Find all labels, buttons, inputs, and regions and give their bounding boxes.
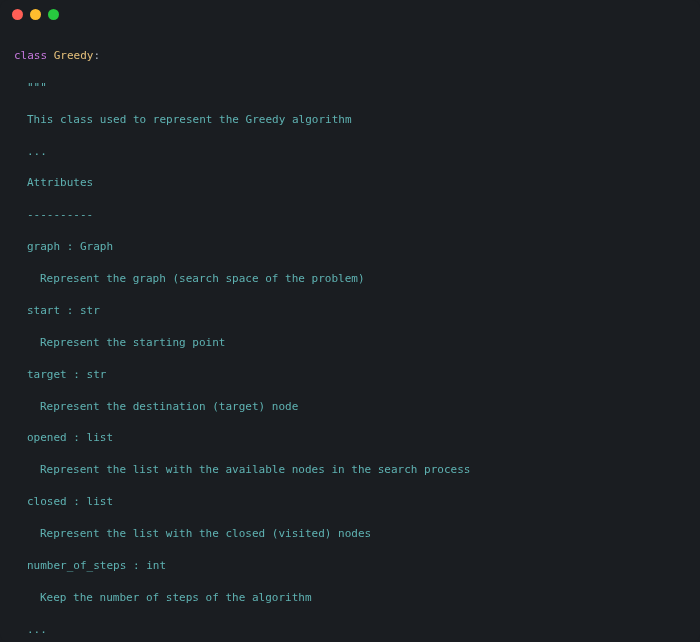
doc-attr-graph: graph : Graph (27, 240, 113, 253)
doc-attr-closed: closed : list (27, 495, 113, 508)
class-name: Greedy (54, 49, 94, 62)
doc-attr-graph-desc: Represent the graph (search space of the… (40, 272, 365, 285)
doc-attr-header: Attributes (27, 176, 93, 189)
doc-ellipsis: ... (27, 145, 47, 158)
doc-attr-start-desc: Represent the starting point (40, 336, 225, 349)
doc-ellipsis2: ... (27, 623, 47, 636)
doc-attr-steps: number_of_steps : int (27, 559, 166, 572)
doc-attr-steps-desc: Keep the number of steps of the algorith… (40, 591, 312, 604)
doc-attr-target: target : str (27, 368, 106, 381)
doc-attr-underline: ---------- (27, 208, 93, 221)
code-block: class Greedy: """ This class used to rep… (0, 28, 700, 642)
window-titlebar (0, 0, 700, 28)
close-icon[interactable] (12, 9, 23, 20)
minimize-icon[interactable] (30, 9, 41, 20)
maximize-icon[interactable] (48, 9, 59, 20)
doc-attr-opened-desc: Represent the list with the available no… (40, 463, 470, 476)
doc-attr-start: start : str (27, 304, 100, 317)
code-window: class Greedy: """ This class used to rep… (0, 0, 700, 642)
keyword-class: class (14, 49, 47, 62)
doc-attr-target-desc: Represent the destination (target) node (40, 400, 298, 413)
colon: : (94, 49, 101, 62)
doc-desc: This class used to represent the Greedy … (27, 113, 352, 126)
doc-attr-closed-desc: Represent the list with the closed (visi… (40, 527, 371, 540)
docstring-open: """ (27, 81, 47, 94)
doc-attr-opened: opened : list (27, 431, 113, 444)
